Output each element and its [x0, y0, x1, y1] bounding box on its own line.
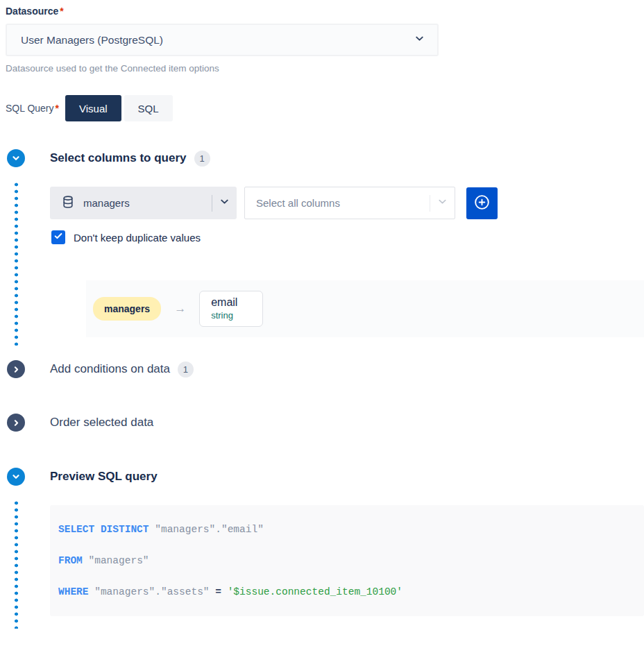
- section-content: Select columns to query 1 managers Selec…: [50, 149, 644, 348]
- divider: [212, 195, 212, 212]
- section-title-preview-sql: Preview SQL query: [50, 470, 158, 484]
- chevron-down-icon: [414, 33, 425, 46]
- column-card[interactable]: email string: [199, 291, 263, 327]
- sql-line: WHERE "managers"."assets" = '$issue.conn…: [58, 576, 644, 607]
- column-type: string: [211, 310, 251, 321]
- chevron-down-icon: [437, 196, 448, 210]
- section-title-add-conditions: Add conditions on data: [50, 362, 170, 376]
- column-query-row: managers Select all columns: [50, 187, 644, 219]
- arrow-right-icon: →: [174, 302, 186, 316]
- checkmark-icon: [53, 231, 63, 244]
- chevron-down-icon: [219, 196, 230, 210]
- plus-circle-icon: [473, 193, 491, 214]
- sql-query-tabs: SQL Query* Visual SQL: [6, 95, 644, 121]
- datasource-label: Datasource*: [6, 6, 644, 17]
- datasource-select[interactable]: User Managers (PostgreSQL): [6, 24, 439, 56]
- collapse-toggle-select-columns[interactable]: [7, 149, 25, 167]
- section-gutter: [0, 414, 50, 432]
- tab-sql[interactable]: SQL: [124, 95, 173, 121]
- sql-line: FROM "managers": [58, 545, 644, 576]
- sql-preview-code-block: SELECT DISTINCT "managers"."email"FROM "…: [50, 505, 644, 616]
- datasource-help-text: Datasource used to get the Connected ite…: [6, 63, 644, 74]
- section-add-conditions: Add conditions on data 1: [0, 360, 644, 378]
- top-fields: Datasource* User Managers (PostgreSQL) D…: [0, 0, 644, 121]
- database-icon: [61, 195, 75, 212]
- section-gutter: [0, 360, 50, 378]
- duplicate-values-checkbox[interactable]: Don't keep duplicate values: [50, 230, 644, 244]
- checkbox-label: Don't keep duplicate values: [74, 232, 201, 244]
- section-preview-sql: Preview SQL query SELECT DISTINCT "manag…: [0, 468, 644, 631]
- required-asterisk: *: [56, 103, 59, 114]
- column-name: email: [211, 296, 251, 309]
- divider: [430, 195, 430, 212]
- dotted-connector: [15, 181, 18, 346]
- sql-code-lines: SELECT DISTINCT "managers"."email"FROM "…: [58, 513, 644, 607]
- table-chip[interactable]: managers: [93, 297, 161, 321]
- add-column-button[interactable]: [466, 187, 498, 219]
- required-asterisk: *: [60, 6, 63, 17]
- sql-line: SELECT DISTINCT "managers"."email": [58, 513, 644, 545]
- sql-query-label: SQL Query*: [6, 103, 59, 114]
- section-gutter: [0, 149, 50, 348]
- checkbox-checked: [51, 230, 65, 244]
- collapse-toggle-order-data[interactable]: [7, 414, 25, 432]
- section-order-data: Order selected data: [0, 414, 644, 432]
- count-badge: 1: [194, 151, 210, 167]
- table-select-value: managers: [83, 197, 212, 209]
- dotted-connector: [15, 500, 18, 629]
- collapse-toggle-add-conditions[interactable]: [7, 360, 25, 378]
- collapse-toggle-preview-sql[interactable]: [7, 468, 25, 486]
- table-select[interactable]: managers: [50, 187, 237, 219]
- section-gutter: [0, 468, 50, 631]
- selected-columns-panel: managers → email string: [86, 280, 644, 337]
- datasource-config-form: Datasource* User Managers (PostgreSQL) D…: [0, 0, 644, 631]
- count-badge: 1: [178, 362, 194, 377]
- columns-select-placeholder: Select all columns: [256, 197, 430, 209]
- tab-visual[interactable]: Visual: [65, 95, 121, 121]
- section-select-columns: Select columns to query 1 managers Selec…: [0, 149, 644, 348]
- datasource-label-text: Datasource: [6, 6, 58, 17]
- section-title-order-data: Order selected data: [50, 416, 153, 430]
- section-title-select-columns: Select columns to query: [50, 151, 187, 165]
- columns-select[interactable]: Select all columns: [244, 187, 455, 219]
- datasource-select-value: User Managers (PostgreSQL): [21, 34, 414, 46]
